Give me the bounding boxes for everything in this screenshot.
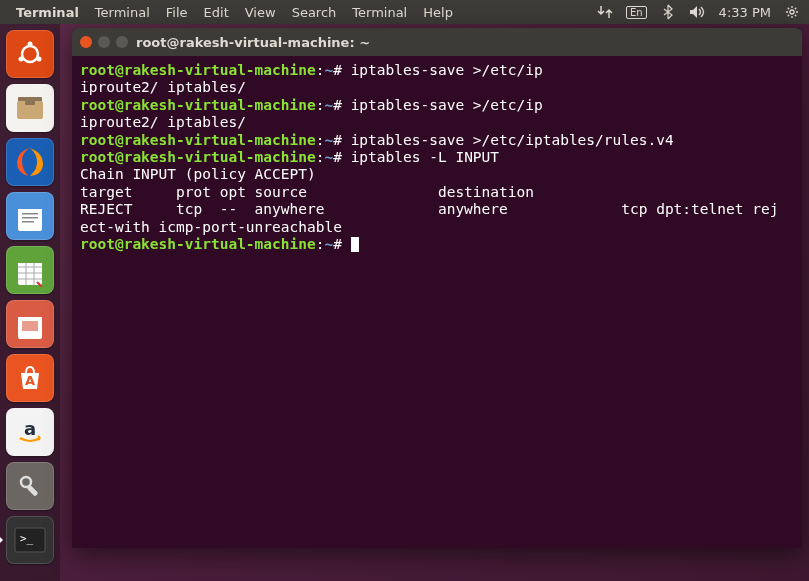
output-2: iproute2/ iptables/ [80,114,246,130]
minimize-button[interactable] [98,36,110,48]
titlebar[interactable]: root@rakesh-virtual-machine: ~ [72,28,802,56]
volume-icon[interactable] [689,3,707,21]
amazon-icon[interactable]: a [6,408,54,456]
menu-edit[interactable]: Edit [196,5,237,20]
calc-icon[interactable] [6,246,54,294]
menu-view[interactable]: View [237,5,284,20]
svg-rect-15 [18,255,42,263]
svg-point-1 [22,46,38,62]
clock[interactable]: 4:33 PM [719,5,771,20]
cmd-1: iptables-save >/etc/ip [351,62,543,78]
svg-rect-17 [18,309,42,317]
cursor [351,237,359,252]
svg-rect-13 [22,221,34,223]
network-icon[interactable] [596,3,614,21]
terminal-launcher-icon[interactable]: >_ [6,516,54,564]
svg-rect-7 [25,101,35,105]
unity-launcher: A a >_ [0,24,60,581]
output-rule-1: REJECT tcp -- anywhere anywhere tcp dpt:… [80,201,778,217]
files-icon[interactable] [6,84,54,132]
svg-rect-10 [18,201,42,209]
writer-icon[interactable] [6,192,54,240]
svg-point-3 [19,57,24,62]
output-rule-2: ect-with icmp-port-unreachable [80,219,342,235]
svg-rect-11 [22,213,38,215]
firefox-icon[interactable] [6,138,54,186]
output-1: iproute2/ iptables/ [80,79,246,95]
ubuntu-software-icon[interactable]: A [6,354,54,402]
svg-text:a: a [24,418,36,439]
menu-terminal-2[interactable]: Terminal [344,5,415,20]
app-menu: Terminal Terminal File Edit View Search … [8,5,461,20]
svg-rect-18 [22,321,38,331]
close-button[interactable] [80,36,92,48]
indicator-area: En 4:33 PM [596,3,801,21]
svg-text:>_: >_ [20,532,34,545]
dash-icon[interactable] [6,30,54,78]
top-panel: Terminal Terminal File Edit View Search … [0,0,809,24]
impress-icon[interactable] [6,300,54,348]
prompt-user: root@rakesh-virtual-machine [80,62,316,78]
output-header: target prot opt source destination [80,184,534,200]
output-chain: Chain INPUT (policy ACCEPT) [80,166,316,182]
bluetooth-icon[interactable] [659,3,677,21]
settings-icon[interactable] [6,462,54,510]
cmd-2: iptables-save >/etc/ip [351,97,543,113]
terminal-body[interactable]: root@rakesh-virtual-machine:~# iptables-… [72,56,802,548]
menu-terminal[interactable]: Terminal [87,5,158,20]
svg-rect-12 [22,217,38,219]
svg-point-2 [28,42,33,47]
cmd-4: iptables -L INPUT [351,149,499,165]
keyboard-indicator[interactable]: En [626,6,647,19]
gear-icon[interactable] [783,3,801,21]
svg-text:A: A [25,373,35,388]
svg-point-0 [790,10,794,14]
svg-rect-22 [26,485,38,497]
focused-app-label: Terminal [8,5,87,20]
window-title: root@rakesh-virtual-machine: ~ [136,35,370,50]
svg-point-4 [37,57,42,62]
menu-search[interactable]: Search [284,5,345,20]
terminal-window: root@rakesh-virtual-machine: ~ root@rake… [72,28,802,548]
prompt-path: ~ [324,62,333,78]
menu-file[interactable]: File [158,5,196,20]
maximize-button[interactable] [116,36,128,48]
cmd-3: iptables-save >/etc/iptables/rules.v4 [351,132,674,148]
menu-help[interactable]: Help [415,5,461,20]
